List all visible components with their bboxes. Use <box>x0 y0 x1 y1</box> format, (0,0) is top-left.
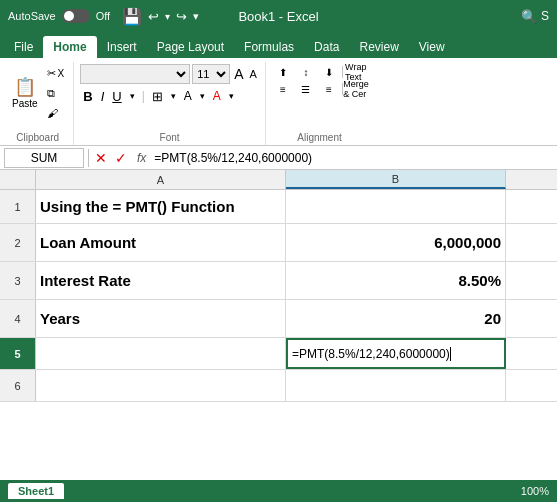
search-label: S <box>541 9 549 23</box>
cell-a1[interactable]: Using the = PMT() Function <box>36 190 286 223</box>
toggle-state-label: Off <box>96 10 110 22</box>
fill-color-button[interactable]: A <box>181 87 195 105</box>
redo-dropdown-icon[interactable]: ▾ <box>165 11 170 22</box>
paste-button[interactable]: 📋 Paste <box>8 65 42 121</box>
ribbon-tab-bar: File Home Insert Page Layout Formulas Da… <box>0 32 557 58</box>
insert-function-button[interactable]: fx <box>133 151 150 165</box>
font-top-row: 11 A A <box>80 64 259 84</box>
cursor-blink <box>450 347 451 361</box>
cell-a3[interactable]: Interest Rate <box>36 262 286 299</box>
name-box[interactable] <box>4 148 84 168</box>
rows-container: 1 Using the = PMT() Function 2 Loan Amou… <box>0 190 557 480</box>
cell-b4[interactable]: 20 <box>286 300 506 337</box>
align-bottom-button[interactable]: ⬇ <box>318 64 340 80</box>
col-header-a[interactable]: A <box>36 170 286 189</box>
copy-button[interactable]: ⧉ <box>44 84 68 102</box>
cut-icon: ✂ <box>47 67 56 80</box>
font-bottom-row: B I U ▾ | ⊞ ▾ A ▾ A ▾ <box>80 87 259 105</box>
cell-b3[interactable]: 8.50% <box>286 262 506 299</box>
clipboard-group: 📋 Paste ✂ X ⧉ 🖌 Clipboard <box>4 62 74 145</box>
align-top-row: ⬆ ↕ ⬇ | Wrap Text <box>272 64 367 80</box>
align-middle-button[interactable]: ↕ <box>295 64 317 80</box>
merge-button[interactable]: Merge & Cer <box>345 81 367 97</box>
decrease-font-button[interactable]: A <box>248 68 259 80</box>
align-bottom-row: ≡ ☰ ≡ | Merge & Cer <box>272 81 367 97</box>
ribbon-content: 📋 Paste ✂ X ⧉ 🖌 Clipboard <box>0 58 557 146</box>
cell-b2[interactable]: 6,000,000 <box>286 224 506 261</box>
font-size-select[interactable]: 11 <box>192 64 230 84</box>
format-painter-button[interactable]: 🖌 <box>44 104 68 122</box>
font-color-button[interactable]: A <box>210 87 224 105</box>
tab-view[interactable]: View <box>409 36 455 58</box>
search-icon[interactable]: 🔍 <box>521 9 537 24</box>
cell-b5[interactable]: =PMT(8.5%/12,240,6000000) <box>286 338 506 369</box>
cell-b6[interactable] <box>286 370 506 401</box>
cancel-formula-button[interactable]: ✕ <box>93 150 109 166</box>
row-num-1: 1 <box>0 190 36 223</box>
formula-divider <box>88 149 89 167</box>
alignment-controls: ⬆ ↕ ⬇ | Wrap Text ≡ ☰ ≡ | Merge & Cer <box>272 64 367 97</box>
underline-dropdown[interactable]: ▾ <box>127 87 138 105</box>
autosave-toggle[interactable] <box>62 9 90 23</box>
title-bar-left: AutoSave Off 💾 ↩ ▾ ↪ ▾ <box>8 7 199 26</box>
cut-label: X <box>58 68 65 79</box>
cell-a4[interactable]: Years <box>36 300 286 337</box>
align-left-button[interactable]: ≡ <box>272 81 294 97</box>
alignment-label: Alignment <box>272 130 367 143</box>
formula-input[interactable] <box>154 148 553 168</box>
customize-icon[interactable]: ▾ <box>193 10 199 23</box>
clipboard-label: Clipboard <box>8 130 67 143</box>
cell-a2[interactable]: Loan Amount <box>36 224 286 261</box>
border-button[interactable]: ⊞ <box>149 87 166 105</box>
row-num-header <box>0 170 36 189</box>
copy-icon: ⧉ <box>47 87 55 100</box>
align-right-button[interactable]: ≡ <box>318 81 340 97</box>
table-row: 5 =PMT(8.5%/12,240,6000000) <box>0 338 557 370</box>
tab-insert[interactable]: Insert <box>97 36 147 58</box>
tab-home[interactable]: Home <box>43 36 96 58</box>
table-row: 2 Loan Amount 6,000,000 <box>0 224 557 262</box>
cell-b1[interactable] <box>286 190 506 223</box>
sheet-tab[interactable]: Sheet1 <box>8 483 64 499</box>
title-bar: AutoSave Off 💾 ↩ ▾ ↪ ▾ Book1 - Excel 🔍 S <box>0 0 557 32</box>
fill-dropdown[interactable]: ▾ <box>197 87 208 105</box>
redo-icon[interactable]: ↪ <box>176 9 187 24</box>
row-num-4: 4 <box>0 300 36 337</box>
status-bar: Sheet1 100% <box>0 480 557 502</box>
column-headers: A B <box>0 170 557 190</box>
tab-data[interactable]: Data <box>304 36 349 58</box>
font-group: 11 A A B I U ▾ | ⊞ ▾ A ▾ A ▾ Font <box>76 62 266 145</box>
align-top-button[interactable]: ⬆ <box>272 64 294 80</box>
zoom-level: 100% <box>521 485 549 497</box>
wrap-text-button[interactable]: Wrap Text <box>345 64 367 80</box>
border-dropdown[interactable]: ▾ <box>168 87 179 105</box>
row-num-2: 2 <box>0 224 36 261</box>
bold-button[interactable]: B <box>80 87 95 105</box>
undo-icon[interactable]: ↩ <box>148 9 159 24</box>
align-center-button[interactable]: ☰ <box>295 81 317 97</box>
increase-font-button[interactable]: A <box>232 66 245 82</box>
spreadsheet-area: A B 1 Using the = PMT() Function 2 Loan … <box>0 170 557 480</box>
clipboard-mini-group: ✂ X ⧉ 🖌 <box>44 64 68 122</box>
save-icon[interactable]: 💾 <box>122 7 142 26</box>
font-label: Font <box>80 130 259 143</box>
row-num-3: 3 <box>0 262 36 299</box>
cell-a5[interactable] <box>36 338 286 369</box>
tab-formulas[interactable]: Formulas <box>234 36 304 58</box>
toggle-knob <box>64 11 74 21</box>
table-row: 3 Interest Rate 8.50% <box>0 262 557 300</box>
tab-review[interactable]: Review <box>349 36 408 58</box>
tab-page-layout[interactable]: Page Layout <box>147 36 234 58</box>
underline-button[interactable]: U <box>109 87 124 105</box>
table-row: 6 <box>0 370 557 402</box>
tab-file[interactable]: File <box>4 36 43 58</box>
font-name-select[interactable] <box>80 64 190 84</box>
italic-button[interactable]: I <box>98 87 108 105</box>
cut-button[interactable]: ✂ X <box>44 64 68 82</box>
font-color-dropdown[interactable]: ▾ <box>226 87 237 105</box>
font-controls: 11 A A B I U ▾ | ⊞ ▾ A ▾ A ▾ <box>80 64 259 105</box>
cell-a6[interactable] <box>36 370 286 401</box>
col-header-b[interactable]: B <box>286 170 506 189</box>
clipboard-row: 📋 Paste ✂ X ⧉ 🖌 <box>8 64 67 122</box>
confirm-formula-button[interactable]: ✓ <box>113 150 129 166</box>
